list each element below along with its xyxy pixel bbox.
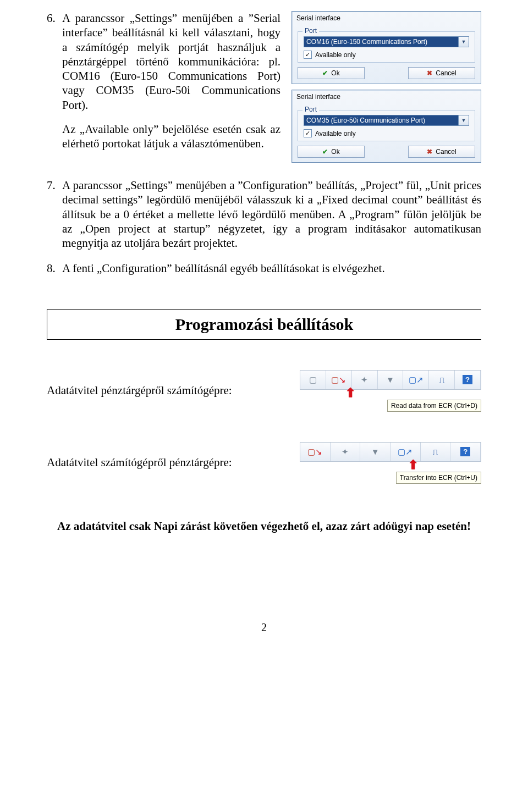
help-icon: ? [463,375,472,384]
ok-button[interactable]: ✔ Ok [298,67,365,79]
button-label: Ok [331,69,339,77]
cross-icon: ✖ [427,69,432,77]
document-page: 6. A parancssor „Settings” menüjében a ”… [0,0,528,650]
chevron-down-icon: ▼ [461,39,466,45]
port-groupbox: Port COM16 (Euro-150 Communications Port… [298,31,475,63]
port-select-row: COM35 (Euro-50i Communications Port) ▼ [304,115,469,126]
cross-icon: ✖ [427,148,432,156]
tooltip-text: Transfer into ECR (Ctrl+U) [396,472,481,484]
help-icon: ? [460,447,470,456]
dialogs-column: Serial interface Port COM16 (Euro-150 Co… [292,11,481,163]
cancel-button[interactable]: ✖ Cancel [408,146,475,158]
list-number: 6. [47,11,62,151]
tooltip-text: Read data from ECR (Ctrl+D) [387,400,481,412]
closing-note: Az adatátvitel csak Napi zárást követően… [47,520,481,533]
available-only-label: Available only [315,130,356,137]
dialog-body: Port COM16 (Euro-150 Communications Port… [292,25,481,84]
dialog-title: Serial interface [292,12,481,25]
list-number: 7. [47,178,62,250]
list-number: 8. [47,261,62,275]
toolbar-button[interactable]: ▼ [378,371,404,389]
transfer-row-1: Adatátvitel pénztárgépről számítógépre: … [47,370,481,412]
transfer-label: Adatátvitel pénztárgépről számítógépre: [47,384,232,397]
list-body: A parancssor „Settings” menüjében a ”Ser… [62,11,280,151]
cancel-button[interactable]: ✖ Cancel [408,67,475,79]
toolbar-button[interactable]: ? [450,443,481,461]
paragraph: A parancssor „Settings” menüjében a ”Con… [62,178,481,250]
toolbar-button[interactable]: ⎍ [421,443,451,461]
toolbar-strip: ▢↘ ✦ ▼ ▢↗ ⎍ ? ⬆ [300,442,481,462]
check-icon: ✔ [322,69,328,77]
groupbox-legend: Port [302,27,319,35]
dropdown-button[interactable]: ▼ [459,36,469,47]
dialog-body: Port COM35 (Euro-50i Communications Port… [292,103,481,162]
toolbar-button[interactable]: ▢↘ [300,443,331,461]
toolbar-button[interactable]: ? [455,371,481,389]
port-groupbox: Port COM35 (Euro-50i Communications Port… [298,110,475,141]
ok-button[interactable]: ✔ Ok [298,146,365,158]
filter-icon: ▼ [371,448,380,456]
groupbox-legend: Port [302,106,319,113]
dialog-button-row: ✔ Ok ✖ Cancel [298,67,475,79]
tooltip: Transfer into ECR (Ctrl+U) [300,472,481,484]
available-only-label: Available only [315,51,356,59]
serial-interface-dialog-2: Serial interface Port COM35 (Euro-50i Co… [292,90,481,163]
available-only-checkbox[interactable]: ✓ [304,51,312,59]
import-icon: ▢↘ [307,448,322,456]
toolbar-screenshot-2: ▢↘ ✦ ▼ ▢↗ ⎍ ? ⬆ Transfer into ECR (Ctrl+… [300,442,481,484]
available-only-row: ✓ Available only [304,129,469,137]
chevron-down-icon: ▼ [461,118,466,123]
import-icon: ▢↘ [331,375,346,384]
toolbar-button[interactable]: ▼ [360,443,391,461]
paragraph: A parancssor „Settings” menüjében a ”Ser… [62,11,280,112]
export-icon: ▢↗ [409,375,424,384]
wizard-icon: ✦ [361,375,368,384]
list-item-6: 6. A parancssor „Settings” menüjében a ”… [47,11,280,151]
dialog-button-row: ✔ Ok ✖ Cancel [298,146,475,158]
toolbar-button[interactable]: ✦ [352,371,378,389]
list-item-8: 8. A fenti „Configuration” beállításnál … [47,261,481,275]
paragraph-list: 7. A parancssor „Settings” menüjében a ”… [47,178,481,276]
text-column: 6. A parancssor „Settings” menüjében a ”… [47,11,280,161]
button-label: Ok [331,148,339,156]
sheet-icon: ▢ [309,375,317,384]
button-label: Cancel [436,69,456,77]
list-item-7: 7. A parancssor „Settings” menüjében a ”… [47,178,481,250]
port-select-row: COM16 (Euro-150 Communications Port) ▼ [304,36,469,47]
serial-interface-dialog-1: Serial interface Port COM16 (Euro-150 Co… [292,11,481,84]
toolbar-button[interactable]: ▢↗ [403,371,429,389]
arrow-indicator-icon: ⬆ [345,387,355,399]
toolbar-button[interactable]: ⎍ [429,371,455,389]
toolbar-button[interactable]: ✦ [331,443,361,461]
tooltip: Read data from ECR (Ctrl+D) [300,400,481,412]
toolbar-screenshot-1: ▢ ▢↘ ✦ ▼ ▢↗ ⎍ ? ⬆ Read data from ECR (Ct… [300,370,481,412]
filter-icon: ▼ [386,375,394,384]
top-row: 6. A parancssor „Settings” menüjében a ”… [47,11,481,163]
usb-icon: ⎍ [439,375,444,384]
available-only-checkbox[interactable]: ✓ [304,129,312,137]
available-only-row: ✓ Available only [304,51,469,59]
check-icon: ✔ [322,148,328,156]
button-label: Cancel [436,148,456,156]
usb-icon: ⎍ [433,447,438,456]
transfer-label: Adatátvitel számítógépről pénztárgépre: [47,456,232,469]
toolbar-button[interactable]: ▢ [300,371,326,389]
page-number: 2 [47,621,481,634]
toolbar-strip: ▢ ▢↘ ✦ ▼ ▢↗ ⎍ ? ⬆ [300,370,481,390]
dialog-title: Serial interface [292,90,481,103]
export-icon: ▢↗ [398,448,413,456]
paragraph: Az „Available only” bejelölése esetén cs… [62,122,280,151]
dropdown-button[interactable]: ▼ [459,115,469,126]
wizard-icon: ✦ [342,448,349,456]
port-select[interactable]: COM35 (Euro-50i Communications Port) [304,115,459,126]
transfer-row-2: Adatátvitel számítógépről pénztárgépre: … [47,442,481,484]
section-title: Programozási beállítások [47,309,481,340]
paragraph: A fenti „Configuration” beállításnál egy… [62,261,481,275]
arrow-indicator-icon: ⬆ [408,459,418,471]
port-select[interactable]: COM16 (Euro-150 Communications Port) [304,36,459,47]
